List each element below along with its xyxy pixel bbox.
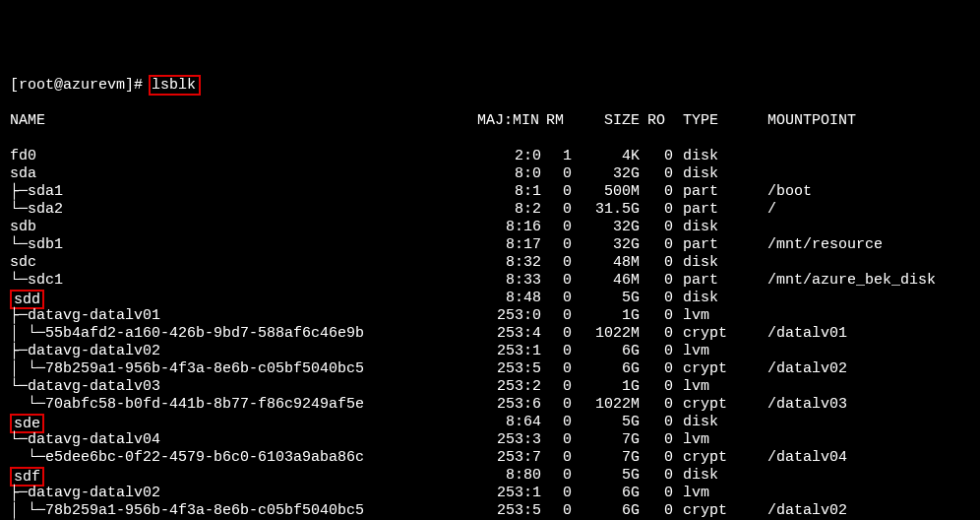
cell-name: sda xyxy=(10,165,36,183)
table-row: ├─datavg-datalv01253:001G0lvm xyxy=(10,307,970,325)
cell-name: sde xyxy=(10,414,44,433)
table-row: │ └─78b259a1-956b-4f3a-8e6b-c05bf5040bc5… xyxy=(10,502,970,520)
cell-majmin: 2:0 xyxy=(472,148,541,165)
cell-ro: 0 xyxy=(647,502,673,520)
cell-ro: 0 xyxy=(647,219,673,236)
cell-mount: /datalv01 xyxy=(767,325,847,343)
cell-type: disk xyxy=(683,165,734,183)
cell-size: 500M xyxy=(581,183,640,201)
cell-rm: 0 xyxy=(546,343,572,360)
cell-size: 1G xyxy=(581,307,640,325)
table-row: └─sdc18:33046M0part/mnt/azure_bek_disk xyxy=(10,272,970,290)
cell-type: lvm xyxy=(683,378,734,396)
cell-name: │ └─78b259a1-956b-4f3a-8e6b-c05bf5040bc5 xyxy=(10,360,364,378)
lsblk-header: NAMEMAJ:MINRMSIZEROTYPEMOUNTPOINT xyxy=(10,112,970,130)
cell-rm: 0 xyxy=(546,485,572,502)
table-row: ├─datavg-datalv02253:106G0lvm xyxy=(10,485,970,502)
cell-type: disk xyxy=(683,290,734,307)
cell-size: 32G xyxy=(581,236,640,254)
header-ro: RO xyxy=(647,112,665,130)
cell-name: sdc xyxy=(10,254,36,272)
cell-name: ├─datavg-datalv02 xyxy=(10,485,160,502)
cell-majmin: 253:0 xyxy=(472,307,541,325)
table-row: └─sdb18:17032G0part/mnt/resource xyxy=(10,236,970,254)
cell-name: ├─sda1 xyxy=(10,183,63,201)
table-row: └─e5dee6bc-0f22-4579-b6c0-6103a9aba86c25… xyxy=(10,449,970,467)
cell-ro: 0 xyxy=(647,467,673,485)
cell-mount: /datalv02 xyxy=(767,360,847,378)
table-row: sdc8:32048M0disk xyxy=(10,254,970,272)
disk-highlight: sde xyxy=(10,414,44,433)
table-row: └─70abfc58-b0fd-441b-8b77-f86c9249af5e25… xyxy=(10,396,970,414)
cell-ro: 0 xyxy=(647,290,673,307)
cell-type: disk xyxy=(683,254,734,272)
disk-highlight: sdd xyxy=(10,290,44,309)
header-name: NAME xyxy=(10,112,45,130)
shell-prompt: [root@azurevm]# xyxy=(10,77,152,94)
cell-majmin: 8:16 xyxy=(472,219,541,236)
cell-mount: / xyxy=(767,201,776,219)
cell-name: sdb xyxy=(10,219,36,236)
cell-mount: /datalv02 xyxy=(767,502,847,520)
cell-majmin: 253:4 xyxy=(472,325,541,343)
cell-majmin: 8:0 xyxy=(472,165,541,183)
cell-majmin: 8:64 xyxy=(472,414,541,431)
command-highlight: lsblk xyxy=(149,75,201,96)
cell-type: lvm xyxy=(683,307,734,325)
cell-majmin: 8:2 xyxy=(472,201,541,219)
disk-highlight: sdf xyxy=(10,467,44,487)
cell-rm: 1 xyxy=(546,148,572,165)
header-mount: MOUNTPOINT xyxy=(767,112,856,130)
cell-size: 5G xyxy=(581,290,640,307)
cell-size: 48M xyxy=(581,254,640,272)
cell-rm: 0 xyxy=(546,431,572,449)
table-row: ├─datavg-datalv02253:106G0lvm xyxy=(10,343,970,360)
table-row: └─datavg-datalv03253:201G0lvm xyxy=(10,378,970,396)
cell-type: part xyxy=(683,201,734,219)
cell-type: disk xyxy=(683,148,734,165)
cell-size: 32G xyxy=(581,219,640,236)
cell-type: part xyxy=(683,272,734,290)
cell-ro: 0 xyxy=(647,254,673,272)
header-rm: RM xyxy=(546,112,564,130)
cell-majmin: 8:80 xyxy=(472,467,541,485)
cell-ro: 0 xyxy=(647,183,673,201)
cell-rm: 0 xyxy=(546,378,572,396)
cell-majmin: 253:3 xyxy=(472,431,541,449)
cell-size: 5G xyxy=(581,414,640,431)
cell-size: 6G xyxy=(581,343,640,360)
cell-mount: /boot xyxy=(767,183,812,201)
cell-name: └─datavg-datalv03 xyxy=(10,378,160,396)
cell-size: 6G xyxy=(581,502,640,520)
cell-name: └─datavg-datalv04 xyxy=(10,431,160,449)
cell-ro: 0 xyxy=(647,343,673,360)
cell-ro: 0 xyxy=(647,431,673,449)
cell-majmin: 8:17 xyxy=(472,236,541,254)
cell-majmin: 253:7 xyxy=(472,449,541,467)
cell-majmin: 253:6 xyxy=(472,396,541,414)
header-type: TYPE xyxy=(683,112,734,130)
cell-name: sdf xyxy=(10,467,44,487)
cell-rm: 0 xyxy=(546,467,572,485)
cell-type: lvm xyxy=(683,431,734,449)
cell-majmin: 253:5 xyxy=(472,360,541,378)
cell-size: 1022M xyxy=(581,396,640,414)
cell-rm: 0 xyxy=(546,290,572,307)
cell-name: └─sda2 xyxy=(10,201,63,219)
cell-majmin: 8:48 xyxy=(472,290,541,307)
cell-rm: 0 xyxy=(546,254,572,272)
cell-type: crypt xyxy=(683,396,734,414)
cell-size: 6G xyxy=(581,360,640,378)
cell-rm: 0 xyxy=(546,396,572,414)
cell-size: 6G xyxy=(581,485,640,502)
table-row: sdb8:16032G0disk xyxy=(10,219,970,236)
cell-rm: 0 xyxy=(546,219,572,236)
shell-prompt-line[interactable]: [root@azurevm]# lsblk xyxy=(10,77,970,95)
cell-type: crypt xyxy=(683,325,734,343)
cell-ro: 0 xyxy=(647,201,673,219)
cell-name: fd0 xyxy=(10,148,36,165)
cell-rm: 0 xyxy=(546,449,572,467)
cell-ro: 0 xyxy=(647,165,673,183)
header-size: SIZE xyxy=(581,112,640,130)
cell-size: 46M xyxy=(581,272,640,290)
